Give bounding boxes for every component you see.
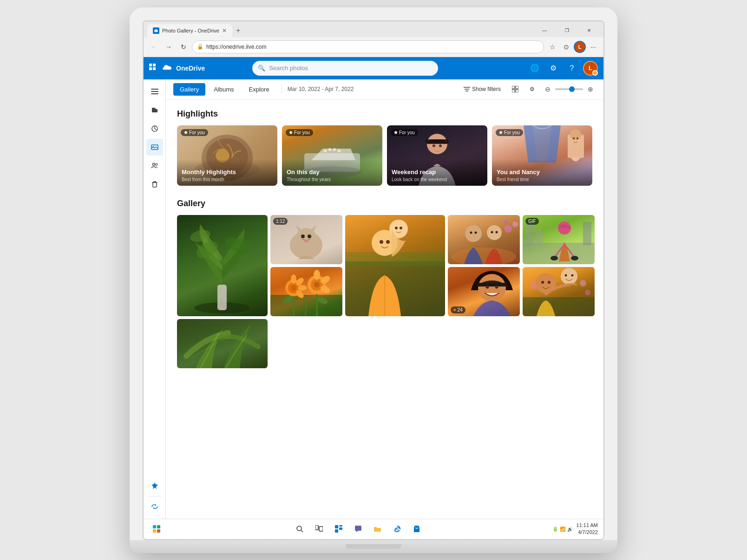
- app-launcher-button[interactable]: [149, 64, 157, 73]
- forward-button[interactable]: →: [162, 40, 175, 53]
- svg-rect-109: [315, 525, 318, 530]
- highlight-card-weekend[interactable]: For you Weekend recap Look back on the w…: [387, 125, 487, 186]
- sidebar-item-trash[interactable]: [146, 176, 163, 193]
- edge-icon: [393, 525, 401, 533]
- search-bar[interactable]: 🔍 Search photos: [252, 61, 438, 76]
- system-tray: 🔋 📶 🔊: [552, 527, 573, 532]
- tab-explore[interactable]: Explore: [242, 83, 276, 96]
- taskbar-widgets[interactable]: [330, 521, 347, 537]
- main-layout: Gallery Albums Explore Mar 10, 2022 - Ap…: [144, 79, 603, 519]
- show-filters-button[interactable]: Show filters: [460, 84, 505, 94]
- address-bar[interactable]: 🔒 https://onedrive.live.com: [192, 40, 544, 53]
- svg-rect-16: [512, 86, 515, 89]
- zoom-out-button[interactable]: ⊖: [542, 84, 553, 95]
- tab-albums[interactable]: Albums: [207, 83, 240, 96]
- url-text: https://onedrive.live.com: [206, 44, 266, 50]
- new-tab-button[interactable]: +: [232, 26, 244, 35]
- highlights-title: Highlights: [177, 109, 592, 119]
- svg-rect-38: [217, 285, 227, 310]
- taskbar-center: [164, 521, 552, 537]
- browser-tab-active[interactable]: Photo Gallery - OneDrive ✕: [147, 24, 232, 37]
- svg-point-102: [541, 281, 544, 284]
- taskbar-edge[interactable]: [389, 521, 406, 537]
- layout-toggle-button[interactable]: [508, 84, 522, 94]
- svg-rect-114: [335, 529, 338, 533]
- date-range-label: Mar 10, 2022 - Apr 7, 2022: [288, 86, 354, 92]
- nav-divider: [282, 85, 282, 94]
- gallery-item-couple-flowers[interactable]: [448, 215, 520, 264]
- svg-point-100: [585, 290, 590, 295]
- svg-rect-3: [153, 67, 156, 70]
- gallery-title: Gallery: [177, 199, 592, 208]
- collections-button[interactable]: ⊙: [560, 40, 573, 53]
- card-subtitle-weekend: Look back on the weekend: [392, 177, 483, 182]
- svg-rect-113: [339, 527, 342, 530]
- tab-close-button[interactable]: ✕: [222, 27, 227, 34]
- sidebar-item-files[interactable]: [146, 102, 163, 118]
- highlight-card-onthisday[interactable]: For you On this day Throughout the years: [282, 125, 382, 186]
- onedrive-logo[interactable]: OneDrive: [162, 65, 205, 72]
- highlight-card-nancy[interactable]: For you You and Nancy Best friend time: [492, 125, 592, 186]
- browser-profile-avatar[interactable]: L: [574, 41, 586, 53]
- gallery-item-cat[interactable]: 1:12: [270, 215, 342, 264]
- svg-point-105: [565, 274, 567, 276]
- battery-icon: 🔋: [552, 527, 558, 532]
- svg-point-96: [495, 285, 498, 288]
- refresh-button[interactable]: ↻: [177, 40, 190, 53]
- gallery-item-father-child[interactable]: [345, 215, 445, 316]
- svg-rect-8: [151, 145, 158, 150]
- maximize-button[interactable]: ❐: [556, 24, 577, 37]
- svg-point-103: [548, 281, 550, 284]
- svg-rect-19: [516, 90, 518, 92]
- card-title-weekend: Weekend recap: [392, 169, 483, 176]
- taskbar-search[interactable]: [291, 521, 308, 537]
- plant-svg: [177, 215, 268, 316]
- taskbar-taskview[interactable]: [311, 521, 328, 537]
- settings-gear-button[interactable]: ⚙: [526, 84, 538, 94]
- wifi-icon: 📶: [560, 527, 565, 532]
- sidebar-item-recent[interactable]: [146, 120, 163, 137]
- taskbar-explorer[interactable]: [369, 521, 386, 537]
- gallery-item-flowers[interactable]: [270, 267, 342, 316]
- taskbar-clock[interactable]: 11:11 AM 4/7/2022: [577, 522, 598, 536]
- laptop-notch: [346, 544, 401, 549]
- sidebar-item-sync[interactable]: [146, 498, 163, 515]
- laptop-frame: Photo Gallery - OneDrive ✕ + — ❐ ✕ ← → ↻…: [130, 7, 617, 553]
- svg-point-62: [496, 231, 498, 233]
- settings-button[interactable]: ⚙: [546, 61, 561, 76]
- windows-logo: [153, 525, 160, 533]
- explorer-icon: [374, 525, 381, 533]
- highlight-card-monthly[interactable]: For you Monthly Highlights Best from thi…: [177, 125, 277, 186]
- network-button[interactable]: 🌐: [527, 61, 542, 76]
- svg-rect-69: [536, 229, 543, 245]
- sidebar-item-shared[interactable]: [146, 157, 163, 174]
- sidebar-item-photos[interactable]: [146, 139, 163, 156]
- svg-point-95: [486, 285, 489, 288]
- gallery-item-roller-skater[interactable]: GIF: [523, 215, 595, 264]
- sub-navigation: Gallery Albums Explore Mar 10, 2022 - Ap…: [166, 79, 603, 100]
- svg-rect-5: [151, 91, 158, 92]
- back-button[interactable]: ←: [147, 40, 160, 53]
- gallery-item-laughing-woman[interactable]: + 24: [448, 267, 520, 316]
- sidebar-item-premium[interactable]: [146, 477, 163, 494]
- start-button[interactable]: [149, 521, 164, 536]
- taskbar-chat[interactable]: [350, 521, 367, 537]
- favorites-button[interactable]: ☆: [546, 40, 559, 53]
- svg-point-82: [298, 285, 307, 291]
- search-icon: 🔍: [258, 65, 265, 72]
- gallery-item-plant2[interactable]: [177, 319, 268, 368]
- zoom-in-button[interactable]: ⊕: [585, 84, 596, 95]
- svg-point-57: [465, 225, 482, 242]
- highlights-section: Highlights: [177, 109, 592, 186]
- sidebar-menu-button[interactable]: [146, 83, 163, 100]
- tab-gallery[interactable]: Gallery: [173, 83, 205, 96]
- zoom-slider[interactable]: [555, 88, 583, 90]
- gallery-item-family[interactable]: [523, 267, 595, 316]
- help-button[interactable]: ?: [564, 61, 579, 76]
- gallery-item-plant[interactable]: [177, 215, 268, 316]
- close-button[interactable]: ✕: [578, 24, 600, 37]
- more-button[interactable]: ···: [587, 40, 600, 53]
- minimize-button[interactable]: —: [534, 24, 555, 37]
- user-avatar[interactable]: L: [583, 61, 598, 76]
- taskbar-store[interactable]: [408, 521, 425, 537]
